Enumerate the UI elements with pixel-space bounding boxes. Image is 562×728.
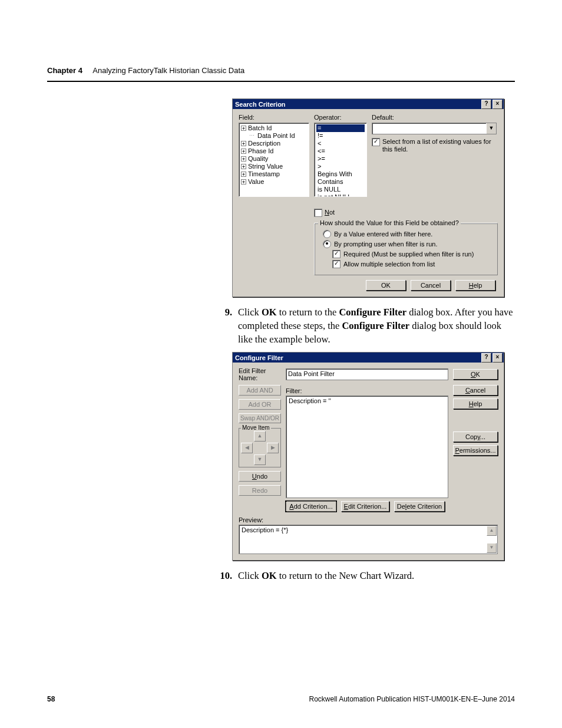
configure-filter-dialog: Configure Filter ? × Edit Filter Name: D… (232, 352, 504, 561)
move-item-legend: Move Item (241, 424, 271, 431)
radio-by-prompt-label: By prompting user when filter is run. (334, 241, 437, 248)
multi-label: Allow multiple selection from list (343, 261, 435, 268)
step-number: 10. (216, 569, 238, 582)
chapter-label: Chapter 4 (47, 66, 82, 75)
help-button[interactable]: Help (453, 398, 498, 409)
list-item[interactable]: = (316, 124, 365, 132)
obtain-value-group: How should the Value for this Field be o… (314, 223, 498, 275)
radio-by-value-label: By a Value entered with filter here. (334, 230, 432, 238)
add-and-button[interactable]: Add AND (239, 385, 281, 396)
edit-filter-name-label: Edit Filter Name: (239, 367, 281, 381)
scroll-up-icon[interactable]: ▲ (487, 526, 497, 536)
multi-checkbox[interactable]: ✓ (332, 260, 340, 268)
help-icon[interactable]: ? (481, 353, 491, 363)
step-number: 9. (216, 305, 238, 346)
filter-listbox[interactable]: Description = '' (286, 396, 448, 498)
ok-button[interactable]: OK (366, 280, 406, 291)
list-item[interactable]: != (316, 132, 365, 140)
running-header: Chapter 4 Analyzing FactoryTalk Historia… (47, 66, 515, 75)
tree-item: +Quality (241, 155, 307, 163)
operator-list[interactable]: = != < <= >= > Begins With Contains is N… (314, 123, 367, 197)
close-icon[interactable]: × (492, 100, 503, 109)
page-number: 58 (47, 695, 55, 703)
list-item[interactable]: >= (316, 155, 365, 163)
tree-item: +Phase Id (241, 147, 307, 155)
step-10: 10. Click OK to return to the New Chart … (216, 569, 515, 582)
field-label: Field: (239, 114, 309, 121)
ok-button[interactable]: OK (453, 369, 498, 380)
default-label: Default: (372, 114, 498, 121)
tree-item: +Value (241, 178, 307, 186)
list-item[interactable]: <= (316, 147, 365, 155)
add-or-button[interactable]: Add OR (239, 399, 281, 410)
preview-text: Description = {*} (242, 526, 288, 533)
select-existing-label: Select from a list of existing values fo… (382, 138, 498, 153)
scroll-down-icon[interactable]: ▼ (487, 543, 497, 553)
list-item[interactable]: Begins With (316, 170, 365, 178)
titlebar: Search Criterion ? × (233, 99, 504, 109)
move-item-group: Move Item ▲ ◀▶ ▼ (239, 428, 281, 467)
list-item[interactable]: > (316, 163, 365, 170)
tree-item: +Description (241, 140, 307, 147)
redo-button[interactable]: Redo (239, 485, 281, 496)
undo-button[interactable]: Undo (239, 471, 281, 482)
tree-item: Data Point Id (241, 132, 307, 140)
delete-criterion-button[interactable]: Delete Criterion (394, 501, 445, 512)
required-checkbox[interactable]: ✓ (332, 250, 340, 258)
operator-label: Operator: (314, 114, 367, 121)
radio-by-prompt[interactable] (323, 240, 331, 248)
header-rule (47, 81, 515, 82)
page-footer: 58 Rockwell Automation Publication HIST-… (47, 695, 515, 703)
required-label: Required (Must be supplied when filter i… (343, 251, 474, 258)
not-checkbox[interactable] (314, 209, 322, 217)
select-existing-checkbox[interactable]: ✓ (372, 138, 380, 146)
field-tree[interactable]: +Batch Id Data Point Id +Description +Ph… (239, 123, 309, 197)
help-icon[interactable]: ? (481, 100, 491, 109)
preview-label: Preview: (239, 516, 498, 523)
help-button[interactable]: Help (455, 280, 495, 291)
dialog-title: Configure Filter (235, 354, 283, 361)
permissions-button[interactable]: Permissions... (453, 445, 498, 456)
add-criterion-button[interactable]: Add Criterion... (286, 501, 336, 512)
edit-filter-name-input[interactable]: Data Point Filter (286, 368, 448, 380)
step-text: Click OK to return to the Configure Filt… (238, 305, 515, 346)
radio-by-value[interactable] (323, 230, 331, 238)
swap-button[interactable]: Swap AND/OR (239, 413, 281, 423)
default-combo[interactable]: ▼ (372, 123, 497, 134)
cancel-button[interactable]: Cancel (453, 385, 498, 396)
edit-criterion-button[interactable]: Edit Criterion... (341, 501, 389, 512)
tree-item: +Timestamp (241, 170, 307, 178)
step-9: 9. Click OK to return to the Configure F… (216, 305, 515, 346)
cancel-button[interactable]: Cancel (411, 280, 451, 291)
arrow-up-icon[interactable]: ▲ (254, 431, 266, 442)
dialog-title: Search Criterion (235, 101, 286, 108)
chevron-down-icon[interactable]: ▼ (486, 123, 496, 134)
filter-label: Filter: (286, 387, 448, 394)
publication-info: Rockwell Automation Publication HIST-UM0… (309, 695, 515, 703)
search-criterion-dialog: Search Criterion ? × Field: +Batch Id Da… (232, 98, 504, 297)
close-icon[interactable]: × (492, 353, 503, 363)
list-item[interactable]: is NULL (316, 186, 365, 193)
arrow-right-icon[interactable]: ▶ (267, 443, 279, 453)
tree-item: +String Value (241, 163, 307, 170)
list-item[interactable]: Contains (316, 178, 365, 186)
list-item[interactable]: is not NULL (316, 193, 365, 197)
tree-item: +Batch Id (241, 124, 307, 132)
preview-box: Description = {*} ▲ ▼ (239, 525, 498, 554)
chapter-title: Analyzing FactoryTalk Historian Classic … (92, 66, 244, 75)
copy-button[interactable]: Copy... (453, 431, 498, 442)
list-item[interactable]: < (316, 140, 365, 147)
titlebar: Configure Filter ? × (233, 353, 504, 363)
step-text: Click OK to return to the New Chart Wiza… (238, 569, 515, 582)
filter-item[interactable]: Description = '' (289, 397, 331, 404)
not-label: Not (325, 209, 335, 216)
group-legend: How should the Value for this Field be o… (318, 219, 461, 226)
arrow-down-icon[interactable]: ▼ (254, 454, 266, 465)
arrow-left-icon[interactable]: ◀ (241, 443, 253, 453)
